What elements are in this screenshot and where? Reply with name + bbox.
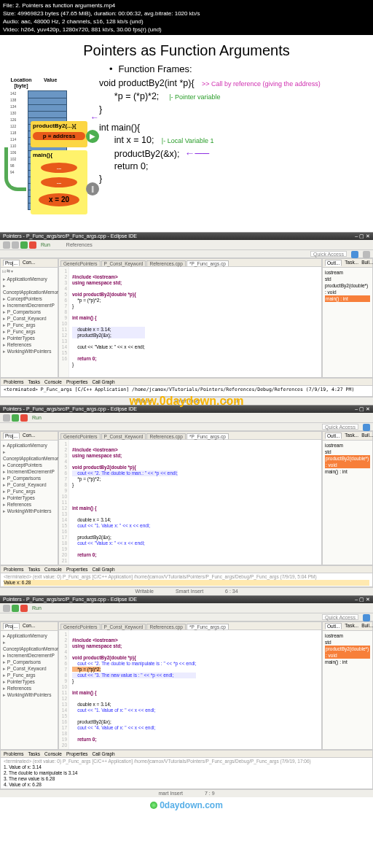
tab-problems[interactable]: Problems (4, 379, 23, 384)
code-editor[interactable]: GenericPointers P_Const_Keyword Referenc… (58, 621, 322, 750)
run-icon[interactable] (20, 241, 28, 249)
save-icon[interactable] (12, 241, 19, 249)
media-audio: Audio: aac, 48000 Hz, 2 channels, s16, 1… (3, 18, 370, 26)
slide-title: Pointers as Function Arguments (7, 42, 366, 59)
perspective-icon[interactable] (363, 424, 370, 431)
console-output: <terminated> (exit value: 0) P_Func_args… (1, 573, 372, 586)
new-icon[interactable] (3, 241, 10, 249)
outline-view[interactable]: Outl...Task...Buil... iostream std produ… (322, 258, 373, 378)
arrow-icon: ←── (184, 147, 209, 159)
watermark: www.0daydown.com (0, 395, 373, 408)
run-label: Run (41, 242, 50, 247)
tab-connections[interactable]: Con... (23, 260, 35, 266)
media-size: Size: 49969823 bytes (47.65 MiB), durati… (3, 9, 370, 18)
dots-ellipse: ... (41, 177, 77, 187)
globe-icon (150, 802, 157, 809)
perspective-icon[interactable] (351, 251, 358, 258)
editor-tab[interactable]: GenericPointers (60, 260, 101, 266)
outline-selected: main() : int (325, 295, 370, 302)
project-tree: ApplicationMemoryConceptApplicationMemor… (1, 274, 58, 356)
outline-view[interactable]: Outl...Task...Buil... iostreamstd produc… (322, 621, 373, 750)
tab-callgraph[interactable]: Call Graph (93, 379, 115, 384)
link-icon[interactable]: ⇆ (7, 268, 10, 274)
outline-view[interactable]: Outl...Task...Buil... iostreamstd produc… (322, 431, 373, 565)
editor-tab[interactable]: References.cpp (146, 260, 186, 266)
note-call-by-ref: >> Call by reference (giving the address… (202, 80, 321, 88)
ide-window-2: Pointers - P_Func_args/src/P_Func_args.c… (0, 405, 373, 595)
value-header: Value (44, 77, 57, 82)
window-controls[interactable]: – ▢ ✕ (355, 233, 370, 239)
new-icon[interactable] (3, 414, 10, 422)
menu-icon[interactable]: ▾ (11, 268, 13, 274)
perspective-bar: Quick Access (0, 250, 373, 258)
note-pointer-var: |- Pointer variable (169, 93, 220, 101)
code-editor[interactable]: GenericPointers P_Const_Keyword Referenc… (58, 431, 322, 565)
editor-tab-active[interactable]: *P_Func_args.cp (186, 260, 229, 266)
stop-icon[interactable] (29, 241, 36, 249)
line-gutter: 12345678910111213141516 (59, 267, 69, 377)
quick-access-input[interactable]: Quick Access (322, 424, 358, 430)
run-icon[interactable] (12, 414, 19, 422)
pause-icon: ‖ (86, 182, 99, 195)
x-value-box: x = 20 (39, 193, 79, 206)
tab-build[interactable]: Buil... (361, 260, 373, 266)
location-header: Location [byte] (7, 77, 35, 89)
stop-icon[interactable] (20, 605, 28, 612)
project-explorer[interactable]: Proj...Con... ApplicationMemoryConceptAp… (0, 621, 58, 750)
play-icon: ▶ (86, 130, 99, 143)
media-file: File: 2. Pointers as function arguments.… (3, 1, 370, 9)
editor-tab[interactable]: P_Const_Keyword (101, 260, 146, 266)
references-label[interactable]: References (66, 242, 93, 247)
ide-window-3: Pointers - P_Func_args/src/P_Func_args.c… (0, 595, 373, 797)
tab-console[interactable]: Console (44, 379, 62, 384)
media-video: Video: h264, yuv420p, 1280x720, 881 kb/s… (3, 26, 370, 34)
run-icon[interactable] (12, 605, 19, 612)
presentation-slide: Pointers as Function Arguments Function … (0, 35, 373, 232)
bullet-function-frames: Function Frames: (109, 63, 366, 74)
tab-outline[interactable]: Outl... (325, 260, 342, 266)
frame-main: main(){ ... ... x = 20 (31, 150, 87, 214)
tab-project[interactable]: Proj... (3, 260, 20, 266)
tab-tasks[interactable]: Tasks (28, 379, 40, 384)
project-explorer[interactable]: Proj...Con... ⊟⇆▾ ApplicationMemoryConce… (0, 258, 58, 378)
code-text[interactable]: #include <iostream> using namespace std;… (69, 267, 148, 377)
watermark-footer: 0daydown.com (0, 797, 373, 813)
code-editor[interactable]: GenericPointers P_Const_Keyword Referenc… (58, 258, 322, 378)
note-local-var: |- Local Variable 1 (162, 137, 214, 144)
media-info-overlay: File: 2. Pointers as function arguments.… (0, 0, 373, 35)
frame-productby2: productBy2(...){ p = address (31, 121, 87, 147)
p-address-box: p = address (33, 132, 85, 140)
window-controls[interactable]: – ▢ ✕ (355, 597, 370, 602)
stop-icon[interactable] (20, 414, 28, 422)
perspective-icon[interactable] (363, 251, 370, 258)
tab-properties[interactable]: Properties (66, 379, 88, 384)
collapse-icon[interactable]: ⊟ (2, 268, 6, 274)
project-explorer[interactable]: Proj...Con... ApplicationMemoryConceptAp… (0, 431, 58, 565)
arrow-purple-icon: ← (90, 112, 99, 123)
quick-access-input[interactable]: Quick Access (322, 614, 358, 620)
call-arrow (4, 147, 26, 191)
quick-access-input[interactable]: Quick Access (310, 251, 347, 257)
new-icon[interactable] (3, 605, 10, 612)
console-output: <terminated> (exit value: 0) P_Func_args… (1, 758, 372, 788)
slide-code: void productBy2(int *p){ >> Call by refe… (99, 77, 321, 223)
ide-toolbar: Run References (0, 240, 373, 250)
perspective-icon[interactable] (363, 614, 370, 621)
dots-ellipse: ... (41, 163, 77, 173)
ide-title-bar: Pointers - P_Func_args/src/P_Func_args.c… (0, 233, 373, 240)
memory-diagram: Location [byte] Value 142138134130126122… (7, 77, 87, 223)
ide-window-1: Pointers - P_Func_args/src/P_Func_args.c… (0, 232, 373, 405)
tab-task[interactable]: Task... (345, 260, 358, 266)
